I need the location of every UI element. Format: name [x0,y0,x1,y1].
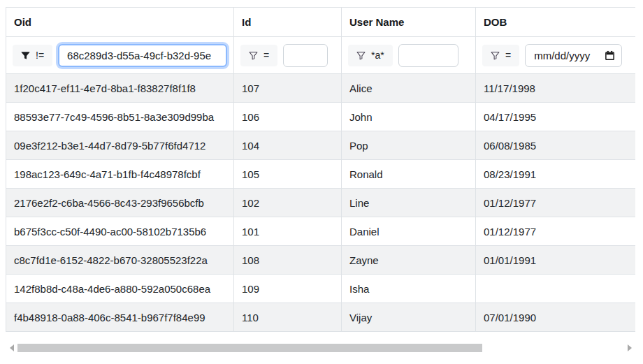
cell-id: 104 [234,131,342,160]
column-header-user-name[interactable]: User Name [342,8,476,37]
table-row[interactable]: b675f3cc-c50f-4490-ac00-58102b7135b6 101… [6,217,636,246]
cell-dob: 07/01/1990 [476,303,636,332]
table-row[interactable]: c8c7fd1e-6152-4822-b670-32805523f22a 108… [6,246,636,275]
cell-dob: 06/08/1985 [476,131,636,160]
grid-table: Oid Id User Name DOB != [6,7,635,332]
cell-user-name: Ronald [342,160,476,189]
cell-id: 101 [234,217,342,246]
cell-oid: 1f20c417-ef11-4e7d-8ba1-f83827f8f1f8 [6,74,234,103]
scrollbar-track[interactable] [17,342,623,354]
table-row[interactable]: 09e3f212-b3e1-44d7-8d79-5b77f6fd4712 104… [6,131,636,160]
oid-filter-input[interactable] [58,44,227,67]
table-row[interactable]: 142f8b8d-c48a-4de6-a880-592a050c68ea 109… [6,275,636,303]
funnel-outline-icon [356,51,366,60]
scroll-right-arrow-icon[interactable] [623,342,635,354]
cell-id: 107 [234,74,342,103]
cell-dob: 01/12/1977 [476,217,636,246]
cell-id: 110 [234,303,342,332]
calendar-icon[interactable] [605,50,615,61]
user-name-filter-input[interactable] [398,44,458,67]
funnel-outline-icon [491,51,500,60]
scroll-left-arrow-icon[interactable] [6,342,17,354]
date-placeholder: mm/dd/yyyy [534,50,590,61]
cell-user-name: Vijay [342,303,476,332]
cell-oid: 198ac123-649c-4a71-b1fb-f4c48978fcbf [6,160,234,189]
table-row[interactable]: 88593e77-7c49-4596-8b51-8a3e309d99ba 106… [6,103,636,131]
column-header-oid[interactable]: Oid [6,8,234,37]
dob-filter-operator-button[interactable]: = [482,45,519,66]
cell-dob [476,275,636,303]
id-filter-input[interactable] [283,44,328,67]
cell-dob: 04/17/1995 [476,103,636,131]
id-filter-operator-button[interactable]: = [240,45,277,66]
column-header-dob[interactable]: DOB [476,8,636,37]
cell-oid: f4b48918-0a88-406c-8541-b967f7f84e99 [6,303,234,332]
grid-filter-row: != = [6,37,636,74]
funnel-outline-icon [249,51,258,60]
cell-user-name: Zayne [342,246,476,275]
horizontal-scrollbar[interactable] [6,342,635,354]
dob-filter-date-input[interactable]: mm/dd/yyyy [525,44,622,67]
cell-id: 109 [234,275,342,303]
user-name-filter-operator-button[interactable]: *a* [348,45,393,66]
cell-oid: 88593e77-7c49-4596-8b51-8a3e309d99ba [6,103,234,131]
cell-user-name: Line [342,189,476,217]
cell-id: 106 [234,103,342,131]
funnel-filled-icon [21,51,30,60]
cell-id: 102 [234,189,342,217]
cell-user-name: John [342,103,476,131]
table-row[interactable]: 1f20c417-ef11-4e7d-8ba1-f83827f8f1f8 107… [6,74,636,103]
cell-id: 108 [234,246,342,275]
id-filter-operator: = [263,50,269,61]
dob-filter-operator: = [505,50,511,61]
cell-oid: 09e3f212-b3e1-44d7-8d79-5b77f6fd4712 [6,131,234,160]
cell-user-name: Daniel [342,217,476,246]
cell-oid: b675f3cc-c50f-4490-ac00-58102b7135b6 [6,217,234,246]
table-row[interactable]: f4b48918-0a88-406c-8541-b967f7f84e99 110… [6,303,636,332]
cell-user-name: Pop [342,131,476,160]
cell-dob: 08/23/1991 [476,160,636,189]
cell-oid: 142f8b8d-c48a-4de6-a880-592a050c68ea [6,275,234,303]
user-name-filter-operator: *a* [371,50,384,61]
scrollbar-thumb[interactable] [17,344,482,352]
grid-header-row: Oid Id User Name DOB [6,8,636,37]
cell-user-name: Alice [342,74,476,103]
cell-dob: 01/01/1991 [476,246,636,275]
cell-oid: 2176e2f2-c6ba-4566-8c43-293f9656bcfb [6,189,234,217]
cell-oid: c8c7fd1e-6152-4822-b670-32805523f22a [6,246,234,275]
cell-dob: 11/17/1998 [476,74,636,103]
cell-id: 105 [234,160,342,189]
table-row[interactable]: 198ac123-649c-4a71-b1fb-f4c48978fcbf 105… [6,160,636,189]
table-row[interactable]: 2176e2f2-c6ba-4566-8c43-293f9656bcfb 102… [6,189,636,217]
cell-dob: 01/12/1977 [476,189,636,217]
oid-filter-operator: != [36,50,44,61]
data-grid: Oid Id User Name DOB != [6,7,635,333]
column-header-id[interactable]: Id [234,8,342,37]
cell-user-name: Isha [342,275,476,303]
oid-filter-operator-button[interactable]: != [13,45,52,66]
